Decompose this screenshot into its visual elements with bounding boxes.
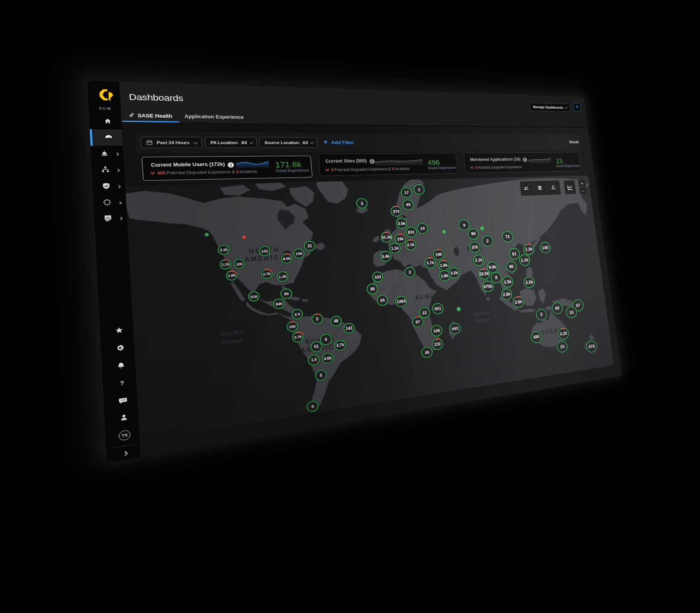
svg-text:?: ? — [119, 380, 124, 387]
